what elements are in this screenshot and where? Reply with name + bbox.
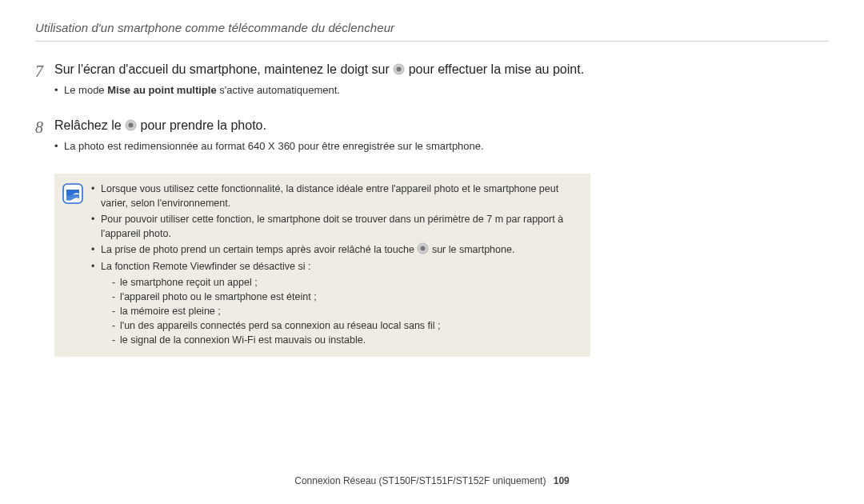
page: Utilisation d'un smartphone comme téléco… xyxy=(0,0,864,504)
step-text: Relâchez le pour prendre la photo. xyxy=(54,117,829,134)
divider xyxy=(35,41,829,42)
step-text: Sur l'écran d'accueil du smartphone, mai… xyxy=(54,61,829,78)
dash-item: le smartphone reçoit un appel ; xyxy=(112,275,579,290)
dash-list: le smartphone reçoit un appel ; l'appare… xyxy=(101,275,579,348)
note-item: Pour pouvoir utiliser cette fonction, le… xyxy=(91,212,579,241)
dash-item: la mémoire est pleine ; xyxy=(112,304,579,318)
footer-text: Connexion Réseau (ST150F/ST151F/ST152F u… xyxy=(294,475,546,486)
step-number: 7 xyxy=(35,61,54,81)
note-item-post: sur le smartphone. xyxy=(432,244,515,255)
step-body: Sur l'écran d'accueil du smartphone, mai… xyxy=(54,61,829,109)
bullet: La photo est redimensionnée au format 64… xyxy=(54,139,829,154)
step-text-before: Sur l'écran d'accueil du smartphone, mai… xyxy=(54,62,393,76)
svg-point-6 xyxy=(421,246,426,251)
step-8: 8 Relâchez le pour prendre la photo. La … xyxy=(35,117,829,165)
bullet-bold: Mise au point multiple xyxy=(107,84,217,96)
note-item-pre: La prise de photo prend un certain temps… xyxy=(101,244,417,255)
step-number: 8 xyxy=(35,117,54,137)
step-text-after: pour effectuer la mise au point. xyxy=(409,62,584,76)
step-7: 7 Sur l'écran d'accueil du smartphone, m… xyxy=(35,61,829,109)
dash-item: l'appareil photo ou le smartphone est ét… xyxy=(112,290,579,304)
shutter-icon xyxy=(393,63,405,75)
step-body: Relâchez le pour prendre la photo. La ph… xyxy=(54,117,829,165)
bullet: Le mode Mise au point multiple s'active … xyxy=(54,83,829,98)
note-list: Lorsque vous utilisez cette fonctionnali… xyxy=(91,182,579,349)
footer: Connexion Réseau (ST150F/ST151F/ST152F u… xyxy=(0,475,864,486)
step-bullets: La photo est redimensionnée au format 64… xyxy=(54,139,829,154)
step-text-before: Relâchez le xyxy=(54,118,125,132)
bullet-pre: La photo est redimensionnée au format 64… xyxy=(64,140,484,152)
note-box: Lorsque vous utilisez cette fonctionnali… xyxy=(54,174,590,357)
note-item: Lorsque vous utilisez cette fonctionnali… xyxy=(91,182,579,210)
note-item: La fonction Remote Viewfinder se désacti… xyxy=(91,259,579,348)
shutter-icon xyxy=(417,242,429,254)
note-item-text: La fonction Remote Viewfinder se désacti… xyxy=(101,261,310,272)
step-bullets: Le mode Mise au point multiple s'active … xyxy=(54,83,829,98)
page-number: 109 xyxy=(554,475,570,486)
step-text-after: pour prendre la photo. xyxy=(141,118,266,132)
shutter-icon xyxy=(125,119,137,131)
note-icon xyxy=(62,183,83,204)
dash-item: le signal de la connexion Wi-Fi est mauv… xyxy=(112,333,579,347)
note-item: La prise de photo prend un certain temps… xyxy=(91,242,579,257)
bullet-post: s'active automatiquement. xyxy=(217,84,340,96)
svg-point-1 xyxy=(397,67,402,72)
svg-point-3 xyxy=(129,123,134,128)
bullet-pre: Le mode xyxy=(64,84,107,96)
dash-item: l'un des appareils connectés perd sa con… xyxy=(112,318,579,333)
page-title: Utilisation d'un smartphone comme téléco… xyxy=(35,21,829,38)
